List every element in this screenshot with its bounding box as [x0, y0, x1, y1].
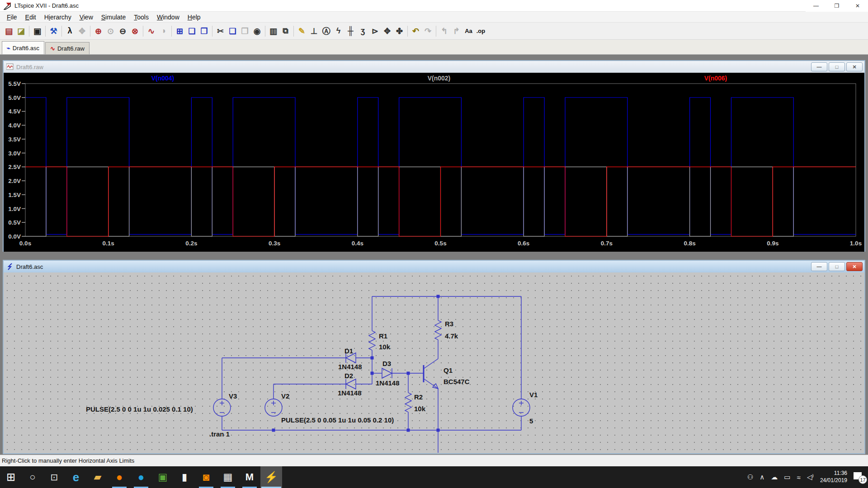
trace-label[interactable]: V(n004): [151, 75, 175, 82]
minimize-button[interactable]: —: [806, 0, 826, 12]
cascade-icon[interactable]: ❏: [186, 25, 198, 38]
cortana-icon[interactable]: ○: [22, 466, 43, 488]
spice-directive-icon[interactable]: .op: [475, 25, 487, 38]
schematic-text[interactable]: V1: [529, 391, 538, 399]
raw-close-button[interactable]: ✕: [846, 62, 863, 71]
waveform-plot[interactable]: 0.0V0.5V1.0V1.5V2.0V2.5V3.0V3.5V4.0V4.5V…: [4, 73, 864, 252]
asc-close-button[interactable]: ✕: [846, 262, 863, 271]
hammer-icon[interactable]: ⚒: [47, 25, 60, 38]
inductor-icon[interactable]: ʒ: [357, 25, 369, 38]
zoom-out-icon[interactable]: ⊖: [117, 25, 129, 38]
diode-icon[interactable]: ⊳: [369, 25, 381, 38]
resistor-icon[interactable]: ϟ: [332, 25, 344, 38]
schematic-text[interactable]: V2: [281, 392, 289, 400]
ground-icon[interactable]: ⊥: [308, 25, 320, 38]
menu-file[interactable]: File: [3, 12, 21, 22]
zoom-in-icon[interactable]: ⊕: [92, 25, 104, 38]
miktex-icon[interactable]: M: [239, 466, 260, 488]
tab-draft6.asc[interactable]: ⌁Draft6.asc: [2, 41, 44, 54]
onedrive-cloud-icon[interactable]: ☁: [771, 473, 778, 481]
capacitor-icon[interactable]: ╫: [344, 25, 357, 38]
move-icon[interactable]: ✥: [381, 25, 393, 38]
schematic-text[interactable]: V3: [229, 392, 237, 400]
restore-button[interactable]: ❐: [826, 0, 847, 12]
schematic-text[interactable]: D2: [344, 372, 353, 380]
schematic-canvas[interactable]: R110kR34.7kR210kD11N4148D21N4148D31N4148…: [4, 272, 864, 453]
menu-window[interactable]: Window: [153, 12, 184, 22]
diode-D3[interactable]: [382, 368, 392, 378]
menu-edit[interactable]: Edit: [21, 12, 40, 22]
wire-pencil-icon[interactable]: ✎: [296, 25, 308, 38]
asc-maximize-button[interactable]: □: [829, 262, 845, 271]
save-icon[interactable]: ▣: [31, 25, 43, 38]
calculator-icon[interactable]: ▦: [217, 466, 239, 488]
autorange-icon[interactable]: ∿: [145, 25, 157, 38]
schematic-text[interactable]: D3: [382, 360, 391, 367]
text-tool-icon[interactable]: Aa: [462, 25, 475, 38]
wifi-icon[interactable]: ≈: [797, 474, 800, 481]
foxit-pdf-icon[interactable]: ◙: [195, 466, 217, 488]
drag-icon[interactable]: ✤: [393, 25, 406, 38]
schematic-text[interactable]: 1N4148: [338, 363, 362, 371]
print-icon[interactable]: ▥: [267, 25, 279, 38]
task-view-icon[interactable]: ⊡: [43, 466, 65, 488]
schematic-text[interactable]: PULSE(2.5 0 0 1u 1u 0.025 0.1 10): [86, 405, 193, 413]
schematic-text[interactable]: 10k: [379, 343, 391, 351]
notepad-icon[interactable]: ▣: [152, 466, 174, 488]
schematic-text[interactable]: R1: [379, 332, 387, 340]
menu-simulate[interactable]: Simulate: [97, 12, 130, 22]
schematic-text[interactable]: Q1: [443, 366, 453, 374]
menu-hierarchy[interactable]: Hierarchy: [40, 12, 75, 22]
waveform-window-titlebar[interactable]: Draft6.raw — □ ✕: [4, 61, 864, 73]
schematic-text[interactable]: BC547C: [443, 378, 470, 385]
undo-icon[interactable]: ↶: [410, 25, 422, 38]
schematic-window-titlebar[interactable]: Draft6.asc — □ ✕: [4, 261, 864, 272]
tile-windows-icon[interactable]: ⊞: [174, 25, 186, 38]
schematic-text[interactable]: D1: [344, 347, 353, 355]
zoom-fit-icon[interactable]: ⊗: [129, 25, 141, 38]
net-label-icon[interactable]: Ⓐ: [320, 25, 332, 38]
menu-tools[interactable]: Tools: [130, 12, 153, 22]
open-file-icon[interactable]: ◪: [15, 25, 27, 38]
schematic-text[interactable]: 1N4148: [376, 379, 400, 387]
cut-icon[interactable]: ✂: [214, 25, 226, 38]
close-button[interactable]: ✕: [847, 0, 868, 12]
resistor-R3[interactable]: [435, 320, 441, 340]
asc-minimize-button[interactable]: —: [811, 262, 827, 271]
battery-icon[interactable]: ▭: [784, 473, 790, 481]
find-icon[interactable]: ◉: [251, 25, 263, 38]
cascade-new-icon[interactable]: ❐: [198, 25, 210, 38]
schematic-text[interactable]: R3: [445, 320, 453, 328]
taskbar-clock[interactable]: 11:36 24/01/2019: [820, 470, 847, 484]
tab-draft6.raw[interactable]: ∿Draft6.raw: [45, 42, 90, 54]
run-simulation-icon[interactable]: λ: [64, 25, 76, 38]
new-schematic-icon[interactable]: ▤: [3, 25, 15, 38]
firefox-icon[interactable]: ●: [108, 466, 130, 488]
waveform-window[interactable]: Draft6.raw — □ ✕ 0.0V0.5V1.0V1.5V2.0V2.5…: [3, 60, 865, 252]
diode-D2[interactable]: [346, 379, 356, 389]
schematic-text[interactable]: 1N4148: [338, 389, 362, 397]
ltspice-icon[interactable]: ⚡: [260, 466, 282, 488]
resistor-R2[interactable]: [405, 393, 411, 412]
edge-icon[interactable]: e: [65, 466, 87, 488]
raw-maximize-button[interactable]: □: [829, 62, 845, 71]
start-button[interactable]: ⊞: [0, 466, 22, 488]
menu-help[interactable]: Help: [184, 12, 205, 22]
schematic-text[interactable]: .tran 1: [209, 430, 230, 438]
thunderbird-icon[interactable]: ●: [130, 466, 152, 488]
chevron-up-icon[interactable]: ∧: [760, 473, 764, 481]
schematic-text[interactable]: R2: [414, 393, 423, 401]
people-icon[interactable]: ⚇: [747, 473, 753, 481]
print-preview-icon[interactable]: ⧉: [279, 25, 292, 38]
volume-icon[interactable]: ◁⁾: [807, 473, 814, 481]
schematic-text[interactable]: 10k: [414, 405, 426, 413]
schematic-text[interactable]: 4.7k: [445, 332, 458, 340]
menu-view[interactable]: View: [75, 12, 97, 22]
schematic-text[interactable]: 5: [529, 417, 533, 425]
raw-minimize-button[interactable]: —: [811, 62, 827, 71]
resistor-R1[interactable]: [369, 331, 375, 350]
schematic-window[interactable]: Draft6.asc — □ ✕ R110kR34.7kR210kD11N414…: [3, 260, 865, 454]
trace-label[interactable]: V(n006): [704, 75, 727, 82]
action-center-icon[interactable]: 17: [854, 472, 865, 482]
schematic-text[interactable]: PULSE(2.5 0 0.05 1u 1u 0.05 0.2 10): [281, 416, 394, 424]
